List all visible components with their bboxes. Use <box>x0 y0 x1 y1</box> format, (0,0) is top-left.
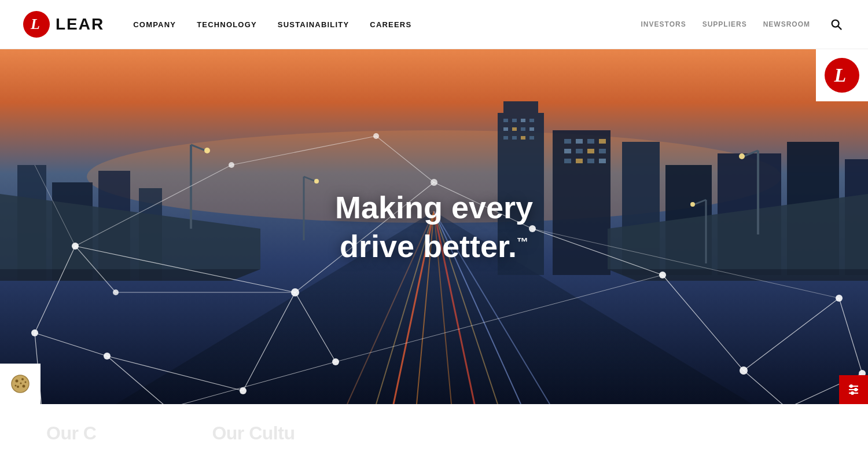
svg-point-113 <box>23 385 25 388</box>
hero-logo-badge <box>816 49 868 101</box>
header-right: INVESTORS SUPPLIERS NEWSROOM <box>641 16 845 33</box>
secondary-nav: INVESTORS SUPPLIERS NEWSROOM <box>641 20 811 28</box>
brand-name: LEAR <box>56 15 104 34</box>
settings-icon <box>847 383 860 397</box>
bottom-section: Our C Our Cultu <box>0 404 868 462</box>
svg-point-0 <box>832 20 839 27</box>
svg-line-1 <box>838 26 841 30</box>
svg-point-111 <box>16 380 19 383</box>
svg-point-115 <box>20 383 22 384</box>
nav-sustainability[interactable]: SUSTAINABILITY <box>278 20 349 29</box>
svg-point-112 <box>21 378 24 380</box>
logo-link[interactable]: LEAR <box>23 11 104 38</box>
bottom-col1: Our C <box>46 423 96 444</box>
header-left: LEAR COMPANY TECHNOLOGY SUSTAINABILITY C… <box>23 11 411 38</box>
nav-newsroom[interactable]: NEWSROOM <box>763 20 810 28</box>
search-button[interactable] <box>827 16 845 33</box>
nav-technology[interactable]: TECHNOLOGY <box>197 20 257 29</box>
bottom-col2: Our Cultu <box>212 423 295 444</box>
hero-headline: Making every drive better.™ <box>335 188 533 266</box>
svg-point-114 <box>17 386 19 388</box>
nav-suppliers[interactable]: SUPPLIERS <box>703 20 747 28</box>
hero-line1: Making every <box>335 189 533 224</box>
search-icon <box>830 18 843 31</box>
settings-button[interactable] <box>839 375 868 404</box>
hero-text-block: Making every drive better.™ <box>335 188 533 266</box>
svg-point-117 <box>25 382 27 383</box>
svg-point-121 <box>850 385 852 387</box>
logo-icon <box>23 11 50 38</box>
nav-investors[interactable]: INVESTORS <box>641 20 686 28</box>
svg-point-123 <box>851 392 854 394</box>
badge-icon <box>825 58 859 93</box>
svg-point-116 <box>15 385 17 387</box>
cookie-preferences-button[interactable] <box>0 364 41 404</box>
site-header: LEAR COMPANY TECHNOLOGY SUSTAINABILITY C… <box>0 0 868 49</box>
primary-nav: COMPANY TECHNOLOGY SUSTAINABILITY CAREER… <box>133 20 411 29</box>
svg-point-122 <box>855 388 857 391</box>
nav-company[interactable]: COMPANY <box>133 20 176 29</box>
cookie-icon <box>10 373 31 394</box>
hero-section: Making every drive better.™ <box>0 49 868 404</box>
hero-line2: drive better.™ <box>340 229 528 263</box>
nav-careers[interactable]: CAREERS <box>370 20 411 29</box>
